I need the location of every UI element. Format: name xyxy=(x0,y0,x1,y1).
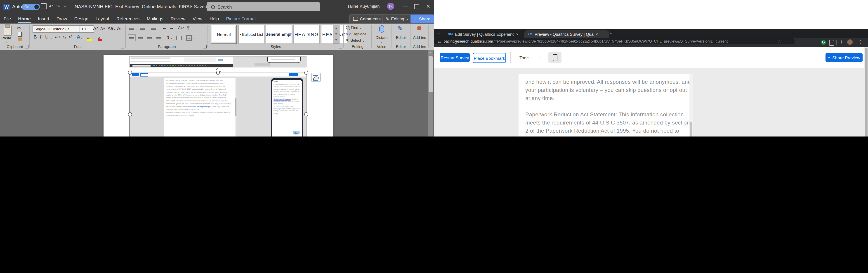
tab-search-chevron-icon[interactable]: ⌄ xyxy=(438,31,440,35)
cut-icon[interactable]: ✂ xyxy=(17,25,21,30)
underline-button[interactable]: U xyxy=(45,34,49,39)
downloads-icon[interactable]: ⭳ xyxy=(839,40,844,44)
sort-icon[interactable]: A↓Z xyxy=(178,26,184,30)
strikethrough-button[interactable]: ab xyxy=(55,34,60,39)
kebab-menu-icon[interactable]: ⋮ xyxy=(858,39,863,44)
bold-button[interactable]: B xyxy=(33,34,37,39)
restart-survey-button[interactable]: Restart Survey xyxy=(440,53,470,62)
numbering-icon[interactable] xyxy=(140,27,145,31)
bullets-chevron-icon[interactable]: ⌄ xyxy=(135,27,137,30)
extension-icon[interactable] xyxy=(829,40,834,46)
tab-references[interactable]: References xyxy=(113,13,143,24)
superscript-button[interactable]: x² xyxy=(69,34,72,39)
tab-design[interactable]: Design xyxy=(71,13,92,24)
format-painter-icon[interactable] xyxy=(18,38,22,41)
pilcrow-icon[interactable]: ¶ xyxy=(187,25,190,30)
subscript-button[interactable]: x₂ xyxy=(62,34,66,39)
underline-chevron-icon[interactable]: ⌄ xyxy=(50,36,53,39)
find-button[interactable]: Find⌄ xyxy=(346,25,362,30)
browser-tab-edit-survey[interactable]: XM Edit Survey | Qualtrics Experienc × xyxy=(445,30,530,38)
addins-label[interactable]: Add-ins xyxy=(410,35,429,40)
shrink-font-icon[interactable]: A˅ xyxy=(100,26,105,31)
tab-view[interactable]: View xyxy=(189,13,206,24)
multilevel-list-icon[interactable] xyxy=(151,27,156,31)
copy-icon[interactable] xyxy=(18,32,22,37)
grow-font-icon[interactable]: A˄ xyxy=(93,26,99,31)
addins-icon[interactable] xyxy=(417,26,422,31)
change-case-icon[interactable]: Aa⌄ xyxy=(107,26,116,31)
rotate-handle[interactable] xyxy=(216,67,221,75)
browser-avatar[interactable] xyxy=(847,39,852,45)
bookmark-star-icon[interactable]: ☆ xyxy=(778,39,781,44)
bullets-icon[interactable] xyxy=(129,27,134,31)
select-button[interactable]: ↖Select⌄ xyxy=(346,38,365,43)
replace-button[interactable]: bcReplace xyxy=(346,32,366,36)
font-dialog-launcher[interactable] xyxy=(121,45,124,49)
shading-icon[interactable] xyxy=(176,36,182,40)
highlight-color-button[interactable]: ✎⌄ xyxy=(87,34,93,43)
tab-review[interactable]: Review xyxy=(167,13,189,24)
tab-mailings[interactable]: Mailings xyxy=(143,13,167,24)
resize-handle-w[interactable] xyxy=(128,112,132,116)
multilevel-chevron-icon[interactable]: ⌄ xyxy=(157,27,159,30)
font-name-select[interactable]: Segoe UI Historic (B⌄ xyxy=(33,25,81,33)
share-preview-button[interactable]: ∝Share Preview xyxy=(826,53,863,62)
align-right-icon[interactable] xyxy=(147,36,152,40)
tools-dropdown[interactable]: Tools xyxy=(520,55,529,60)
avatar[interactable]: TK xyxy=(387,3,394,10)
paste-chevron-icon[interactable]: ⌄ xyxy=(5,40,8,44)
url-bar[interactable]: ⚏ pacificresearch.qualtrics.com/jfe/prev… xyxy=(434,38,795,44)
place-bookmark-button[interactable]: Place Bookmark xyxy=(473,53,506,63)
editor-label[interactable]: Editor xyxy=(393,35,410,40)
style-heading-1[interactable]: HEADING xyxy=(293,25,320,44)
close-button[interactable]: ✕ xyxy=(425,4,431,9)
comments-button[interactable]: Comments xyxy=(349,15,384,23)
borders-icon[interactable] xyxy=(186,35,192,41)
align-left-icon[interactable] xyxy=(129,36,134,40)
clear-formatting-icon[interactable]: A◇ xyxy=(117,26,123,31)
browser-scrollbar[interactable] xyxy=(864,47,868,136)
selected-image[interactable]: and how it can be improved. All response… xyxy=(130,73,306,136)
autosave-toggle[interactable]: On xyxy=(22,4,40,10)
save-icon[interactable] xyxy=(41,3,46,9)
word-scrollbar[interactable]: ∧ xyxy=(428,50,433,136)
align-center-icon[interactable] xyxy=(138,36,143,40)
styles-gallery-scroll[interactable]: ∧∨⊽ xyxy=(333,25,340,44)
style-normal[interactable]: Normal xyxy=(211,25,237,44)
line-spacing-icon[interactable]: ⇕⌄ xyxy=(166,35,173,40)
user-name[interactable]: Taline Kuyumjian xyxy=(347,4,380,8)
tab-file[interactable]: File xyxy=(0,13,14,24)
scroll-up-icon[interactable]: ∧ xyxy=(429,51,431,54)
paste-label[interactable]: Paste xyxy=(1,36,11,40)
styles-dialog-launcher[interactable] xyxy=(339,45,342,49)
editor-icon[interactable]: ✎ xyxy=(397,25,403,32)
style-general-emph[interactable]: General Emph xyxy=(266,25,292,44)
layout-options-button[interactable] xyxy=(311,73,320,82)
font-size-select[interactable]: 10⌄ xyxy=(80,25,94,33)
numbering-chevron-icon[interactable]: ⌄ xyxy=(146,27,148,30)
redo-icon[interactable]: ↷ xyxy=(56,4,60,9)
paragraph-dialog-launcher[interactable] xyxy=(204,45,207,49)
italic-button[interactable]: I xyxy=(40,34,41,39)
document-page[interactable]: and how it can be improved. All response… xyxy=(103,55,333,136)
tab-draw[interactable]: Draw xyxy=(53,13,71,24)
tools-chevron-icon[interactable]: ⌄ xyxy=(540,55,543,59)
resize-handle-ne[interactable] xyxy=(304,71,308,75)
document-canvas[interactable]: and how it can be improved. All response… xyxy=(0,50,434,136)
restore-button[interactable] xyxy=(414,4,419,9)
tab-insert[interactable]: Insert xyxy=(34,13,53,24)
refresh-icon[interactable]: ↻ xyxy=(454,40,458,45)
mobile-view-toggle[interactable] xyxy=(548,52,561,63)
resize-handle-nw[interactable] xyxy=(128,71,132,75)
dictate-icon[interactable] xyxy=(379,25,384,33)
survey-panel-scrollbar[interactable] xyxy=(689,74,692,136)
font-color-button[interactable]: A⌄ xyxy=(98,34,103,42)
browser-tab-preview-survey[interactable]: XM Preview - Qualtrics Survey | Qua × xyxy=(524,30,610,38)
justify-icon[interactable] xyxy=(156,36,161,40)
borders-chevron-icon[interactable]: ⌄ xyxy=(192,36,194,39)
style-bulleted-list[interactable]: • Bulleted List xyxy=(238,25,265,44)
collapse-ribbon-icon[interactable]: ⌄ xyxy=(429,44,432,48)
clipboard-dialog-launcher[interactable] xyxy=(25,45,29,49)
tab-home[interactable]: Home xyxy=(14,13,34,24)
resize-handle-e[interactable] xyxy=(304,112,308,116)
